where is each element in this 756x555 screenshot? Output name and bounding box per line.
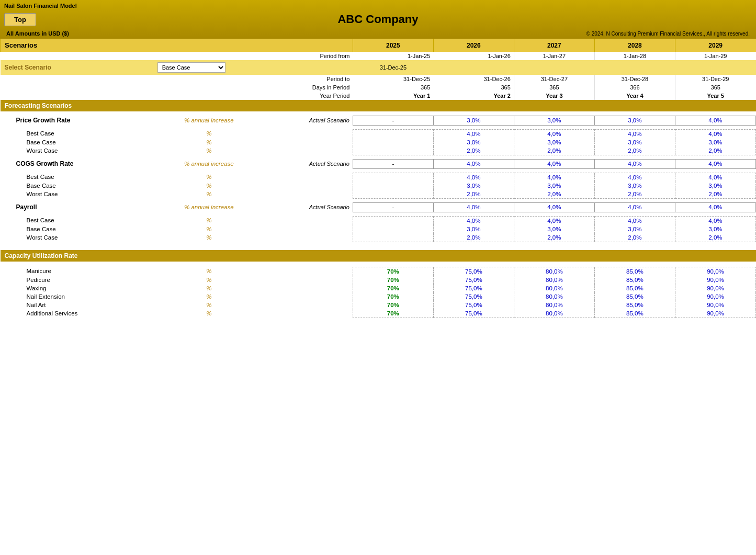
forecasting-section-header: Forecasting Scenarios <box>1 100 756 111</box>
scenario-select[interactable]: Base Case Best Case Worst Case <box>157 62 225 73</box>
cogs-best-case-row: Best Case % 4,0% 4,0% 4,0% 4,0% <box>1 173 756 182</box>
payroll-base-case-row: Base Case % 3,0% 3,0% 3,0% 3,0% <box>1 225 756 233</box>
year-2027: 2027 <box>514 39 594 52</box>
top-button[interactable]: Top <box>4 13 36 26</box>
year-period-label: Year Period <box>1 92 353 100</box>
capacity-nail-extension-row: Nail Extension % 70% 75,0% 80,0% 85,0% 9… <box>1 292 756 301</box>
period-to-2025: 31-Dec-25 <box>353 60 433 75</box>
app-title: Nail Salon Financial Model <box>4 2 752 9</box>
year-2029: 2029 <box>675 39 755 52</box>
cogs-growth-rate-row: COGS Growth Rate % annual increase Actua… <box>1 159 756 168</box>
capacity-nail-extension-label: Nail Extension <box>1 292 155 301</box>
cogs-worst-case-row: Worst Case % 2,0% 2,0% 2,0% 2,0% <box>1 190 756 199</box>
price-growth-unit: % annual increase <box>155 116 263 125</box>
capacity-nail-art-row: Nail Art % 70% 75,0% 80,0% 85,0% 90,0% <box>1 301 756 309</box>
payroll-best-case-row: Best Case % 4,0% 4,0% 4,0% 4,0% <box>1 216 756 225</box>
days-in-period-label: Days in Period <box>1 83 353 92</box>
cogs-base-case-row: Base Case % 3,0% 3,0% 3,0% 3,0% <box>1 182 756 190</box>
capacity-additional-services-row: Additional Services % 70% 75,0% 80,0% 85… <box>1 309 756 318</box>
year-2028: 2028 <box>594 39 675 52</box>
capacity-section-label: Capacity Utilization Rate <box>1 250 756 262</box>
capacity-waxing-row: Waxing % 70% 75,0% 80,0% 85,0% 90,0% <box>1 284 756 292</box>
price-growth-actual-2028: 3,0% <box>594 116 675 125</box>
select-scenario-row: Select Scenario Base Case Best Case Wors… <box>1 60 756 75</box>
price-worst-case-label: Worst Case <box>1 146 155 155</box>
year-2025: 2025 <box>353 39 433 52</box>
forecasting-section-label: Forecasting Scenarios <box>1 100 756 111</box>
capacity-manicure-label: Manicure <box>1 267 155 276</box>
capacity-waxing-label: Waxing <box>1 284 155 292</box>
app-header: Nail Salon Financial Model Top ABC Compa… <box>0 0 756 39</box>
capacity-section-header: Capacity Utilization Rate <box>1 250 756 262</box>
period-from-2028: 1-Jan-28 <box>594 52 675 60</box>
cogs-growth-unit: % annual increase <box>155 159 263 168</box>
payroll-row: Payroll % annual increase Actual Scenari… <box>1 202 756 212</box>
days-in-period-row: Days in Period 365 365 365 366 365 <box>1 83 756 92</box>
year-2026: 2026 <box>433 39 514 52</box>
period-from-2029: 1-Jan-29 <box>675 52 755 60</box>
price-growth-actual-label: Actual Scenario <box>263 116 353 125</box>
column-header-row: Scenarios 2025 2026 2027 2028 2029 <box>1 39 756 52</box>
payroll-worst-case-row: Worst Case % 2,0% 2,0% 2,0% 2,0% <box>1 233 756 242</box>
payroll-label: Payroll <box>1 202 155 212</box>
period-to-2029 <box>675 60 755 75</box>
price-best-case-unit: % <box>155 129 263 138</box>
capacity-pedicure-label: Pedicure <box>1 276 155 284</box>
price-growth-rate-row: Price Growth Rate % annual increase Actu… <box>1 116 756 125</box>
period-to-2028 <box>594 60 675 75</box>
capacity-manicure-row: Manicure % 70% 75,0% 80,0% 85,0% 90,0% <box>1 267 756 276</box>
period-to-2026 <box>433 60 514 75</box>
select-scenario-label: Select Scenario <box>1 60 155 75</box>
period-from-2026: 1-Jan-26 <box>433 52 514 60</box>
period-from-row: Period from 1-Jan-25 1-Jan-26 1-Jan-27 1… <box>1 52 756 60</box>
capacity-nail-art-label: Nail Art <box>1 301 155 309</box>
period-to-row: Period to 31-Dec-25 31-Dec-26 31-Dec-27 … <box>1 75 756 83</box>
price-best-case-label: Best Case <box>1 129 155 138</box>
capacity-additional-services-label: Additional Services <box>1 309 155 318</box>
period-from-label: Period from <box>1 52 353 60</box>
main-table: Scenarios 2025 2026 2027 2028 2029 Perio… <box>0 39 756 318</box>
cogs-growth-actual-label: Actual Scenario <box>263 159 353 168</box>
price-growth-actual-2026: 3,0% <box>433 116 514 125</box>
payroll-unit: % annual increase <box>155 202 263 212</box>
app-title-text: Nail Salon Financial Model <box>4 3 77 9</box>
price-growth-actual-2027: 3,0% <box>514 116 594 125</box>
cogs-growth-label: COGS Growth Rate <box>1 159 155 168</box>
year-period-row: Year Period Year 1 Year 2 Year 3 Year 4 … <box>1 92 756 100</box>
price-growth-label: Price Growth Rate <box>1 116 155 125</box>
price-worst-case-row: Worst Case % 2,0% 2,0% 2,0% 2,0% <box>1 146 756 155</box>
price-base-case-label: Base Case <box>1 138 155 146</box>
price-growth-actual-2029: 4,0% <box>675 116 755 125</box>
amounts-label: All Amounts in USD ($) <box>6 30 69 37</box>
period-from-2025: 1-Jan-25 <box>353 52 433 60</box>
scenarios-header: Scenarios <box>1 39 353 52</box>
copyright-text: © 2024, N Consulting Premium Financial S… <box>586 31 750 37</box>
price-best-case-row: Best Case % 4,0% 4,0% 4,0% 4,0% <box>1 129 756 138</box>
capacity-pedicure-row: Pedicure % 70% 75,0% 80,0% 85,0% 90,0% <box>1 276 756 284</box>
period-from-2027: 1-Jan-27 <box>514 52 594 60</box>
period-to-2027 <box>514 60 594 75</box>
company-name: ABC Company <box>337 13 418 26</box>
period-to-label: Period to <box>1 75 353 83</box>
payroll-actual-label: Actual Scenario <box>263 202 353 212</box>
price-base-case-row: Base Case % 3,0% 3,0% 3,0% 3,0% <box>1 138 756 146</box>
price-growth-actual-2025: - <box>353 116 433 125</box>
